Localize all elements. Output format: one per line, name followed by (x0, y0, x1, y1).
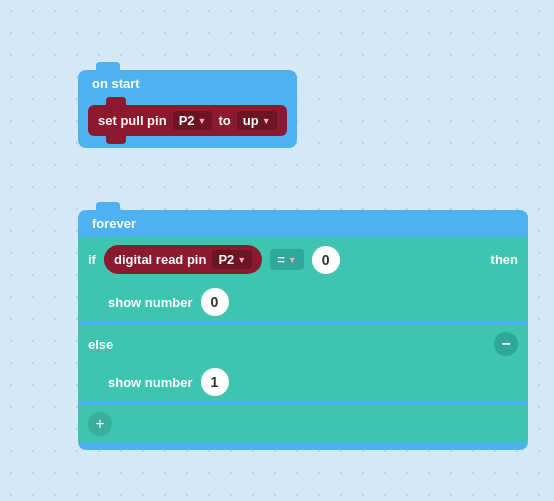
show-number-if-row: show number 0 (78, 282, 528, 322)
direction-value: up (243, 113, 259, 128)
digital-pin-arrow: ▼ (237, 255, 246, 265)
digital-read-block[interactable]: digital read pin P2 ▼ (104, 245, 262, 274)
direction-dropdown[interactable]: up ▼ (237, 111, 277, 130)
show-number-if-value: 0 (201, 288, 229, 316)
pin-value: P2 (179, 113, 195, 128)
pin-dropdown[interactable]: P2 ▼ (173, 111, 213, 130)
digital-read-label: digital read pin (114, 252, 206, 267)
then-label: then (491, 252, 518, 267)
set-pull-pin-block[interactable]: set pull pin P2 ▼ to up ▼ (88, 105, 287, 136)
equals-label: = (277, 252, 285, 267)
on-start-block: on start set pull pin P2 ▼ to up ▼ (78, 70, 297, 148)
forever-label: forever (92, 216, 136, 231)
add-button[interactable]: + (88, 412, 112, 436)
equals-dropdown[interactable]: = ▼ (270, 249, 304, 270)
plus-icon: + (95, 415, 104, 433)
digital-pin-dropdown[interactable]: P2 ▼ (212, 250, 252, 269)
if-row: if digital read pin P2 ▼ = ▼ 0 then (78, 237, 528, 282)
compare-value: 0 (312, 246, 340, 274)
to-label: to (218, 113, 230, 128)
show-number-else-value: 1 (201, 368, 229, 396)
digital-pin-value: P2 (218, 252, 234, 267)
show-number-else-label: show number (108, 375, 193, 390)
remove-else-button[interactable]: − (494, 332, 518, 356)
direction-dropdown-arrow: ▼ (262, 116, 271, 126)
pin-dropdown-arrow: ▼ (198, 116, 207, 126)
if-label: if (88, 252, 96, 267)
forever-block: forever if digital read pin P2 ▼ = ▼ 0 t… (78, 210, 528, 450)
show-number-else-row: show number 1 (78, 362, 528, 402)
add-row: + (78, 406, 528, 442)
forever-body: if digital read pin P2 ▼ = ▼ 0 then show… (78, 237, 528, 450)
on-start-header: on start (78, 70, 297, 97)
on-start-body: set pull pin P2 ▼ to up ▼ (78, 97, 297, 148)
on-start-label: on start (92, 76, 140, 91)
else-row: else − (78, 326, 528, 362)
set-pull-label: set pull pin (98, 113, 167, 128)
else-label: else (88, 337, 113, 352)
equals-arrow: ▼ (288, 255, 297, 265)
forever-header: forever (78, 210, 528, 237)
show-number-if-label: show number (108, 295, 193, 310)
